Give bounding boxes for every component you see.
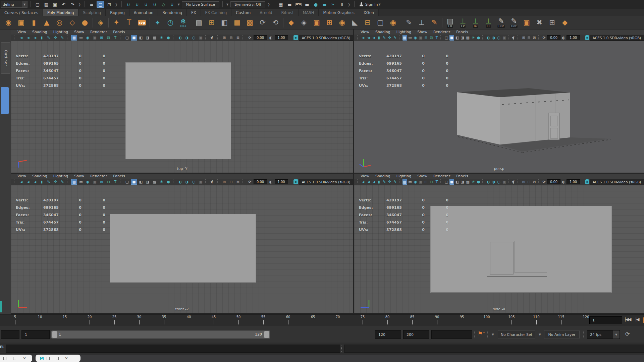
shelf-tab-xgen[interactable]: XGen xyxy=(359,9,379,16)
default-lighting-icon[interactable]: ✳ xyxy=(158,35,164,41)
maximize-window-icon[interactable] xyxy=(13,357,16,360)
viewport-canvas-front[interactable]: Verts:42019700Edges:69916500Faces:346047… xyxy=(11,185,353,313)
resolution-gate-icon[interactable]: ◉ xyxy=(85,35,91,41)
motion-blur-icon[interactable]: ◑ xyxy=(184,35,190,41)
rotate-ccw-icon[interactable]: ⟲ xyxy=(270,19,280,26)
poly-sphere-icon[interactable]: ◉ xyxy=(3,19,13,26)
boolean-icon[interactable]: ▣ xyxy=(312,19,322,26)
menu-shading[interactable]: Shading xyxy=(29,30,50,34)
pause-viewport-icon[interactable]: II xyxy=(338,1,345,8)
delete-nondeformer-history-icon[interactable]: ✎Hist xyxy=(509,18,519,28)
shadows-icon[interactable]: ● xyxy=(165,179,171,185)
range-start-handle[interactable] xyxy=(52,331,57,338)
shelf-tab-fx-caching[interactable]: FX Caching xyxy=(201,9,232,16)
anti-aliasing-icon[interactable]: ○ xyxy=(496,35,501,41)
resolution-gate-icon[interactable]: ◉ xyxy=(413,179,418,185)
exposure-field[interactable]: 0.00 xyxy=(547,179,560,184)
wireframe-mode-icon[interactable]: ▢ xyxy=(124,179,130,185)
camera-select-icon[interactable]: ◄ xyxy=(361,179,365,185)
colorspace-badge[interactable]: ACES 1.0 SDR-video (sRGB) xyxy=(590,35,644,41)
use-all-lights-icon[interactable]: ▩ xyxy=(466,179,470,185)
save-scene-icon[interactable]: ▣ xyxy=(51,1,59,8)
film-gate-icon[interactable]: ▭ xyxy=(408,179,413,185)
textured-mode-icon[interactable]: ◨ xyxy=(145,35,151,41)
crease-tool-icon[interactable]: ✎ xyxy=(404,19,414,26)
copy-pixels-icon[interactable]: ⊞ xyxy=(521,35,526,41)
sweep-mesh-icon[interactable]: ▤ xyxy=(194,19,204,26)
gamma-icon[interactable]: ◐ xyxy=(561,179,566,185)
shelf-tab-motion-graphics[interactable]: Motion Graphics xyxy=(319,9,359,16)
viewport-top[interactable]: ViewShadingLightingShowRendererPanels ◄◄… xyxy=(11,29,353,173)
screen-space-ao-icon[interactable]: ◐ xyxy=(177,35,183,41)
gate-mask-icon[interactable]: ▣ xyxy=(418,35,423,41)
extrude-icon[interactable]: ◈ xyxy=(299,19,309,26)
exposure-icon[interactable]: ⟳ xyxy=(542,35,546,41)
range-end-handle[interactable] xyxy=(264,331,269,338)
gate-mask-icon[interactable]: ▣ xyxy=(92,179,98,185)
gate-mask-icon[interactable]: ▣ xyxy=(418,179,423,185)
light-editor-icon[interactable]: ✂ xyxy=(329,1,337,8)
menu-panels[interactable]: Panels xyxy=(453,174,471,178)
grease-pencil-icon[interactable]: ✎ xyxy=(393,179,397,185)
exposure-icon[interactable]: ⟳ xyxy=(247,35,253,41)
undo-icon[interactable]: ↶ xyxy=(60,1,67,8)
shaded-mode-icon[interactable]: ■ xyxy=(131,35,137,41)
render-settings-icon[interactable]: ▬ xyxy=(321,1,328,8)
film-gate-icon[interactable]: ▭ xyxy=(78,179,84,185)
safe-title-icon[interactable]: T xyxy=(112,35,118,41)
ipr-render-icon[interactable]: IPR xyxy=(294,1,302,8)
new-scene-icon[interactable]: ▢ xyxy=(34,1,41,8)
select-cursor-icon[interactable]: ◤ xyxy=(208,178,217,186)
snapshot-icon[interactable]: ⊠ xyxy=(235,35,241,41)
add-bookmark-button[interactable]: ⚑+ xyxy=(478,330,485,337)
menu-lighting[interactable]: Lighting xyxy=(50,30,71,34)
anti-aliasing-icon[interactable]: ○ xyxy=(191,179,197,185)
field-chart-icon[interactable]: ⊞ xyxy=(424,35,428,41)
resolution-gate-icon[interactable]: ◉ xyxy=(85,179,91,185)
wireframe-mode-icon[interactable]: ▢ xyxy=(444,35,449,41)
shelf-tab-rendering[interactable]: Rendering xyxy=(158,9,187,16)
shadows-icon[interactable]: ● xyxy=(476,35,481,41)
anim-layer-selector[interactable]: No Anim Layer xyxy=(544,330,580,339)
anti-aliasing-icon[interactable]: ○ xyxy=(496,179,501,185)
shelf-tab-curves-surfaces[interactable]: Curves / Surfaces xyxy=(0,9,43,16)
menu-shading[interactable]: Shading xyxy=(29,174,50,178)
gamma-icon[interactable]: ◐ xyxy=(268,179,274,185)
character-set-selector[interactable]: No Character Set xyxy=(498,330,535,339)
poly-cone-icon[interactable]: ▲ xyxy=(42,19,52,26)
paste-pixels-icon[interactable]: ⊟ xyxy=(527,35,531,41)
fps-dropdown[interactable]: 24 fps ▼ xyxy=(587,330,620,339)
grid-toggle-icon[interactable]: ▦ xyxy=(71,35,77,41)
select-cursor-icon[interactable]: ◤ xyxy=(208,34,217,42)
view-bookmark-icon[interactable]: ▮ xyxy=(377,35,381,41)
grid-toggle-icon[interactable]: ▦ xyxy=(71,179,77,185)
safe-title-icon[interactable]: T xyxy=(434,179,439,185)
safe-action-icon[interactable]: ⊡ xyxy=(429,179,434,185)
safe-action-icon[interactable]: ⊡ xyxy=(105,35,111,41)
camera-select-icon[interactable]: ◄ xyxy=(361,35,365,41)
shadows-icon[interactable]: ● xyxy=(165,35,171,41)
grid-toggle-icon[interactable]: ▦ xyxy=(402,179,407,185)
paste-pixels-icon[interactable]: ⊟ xyxy=(228,179,234,185)
snap-to-projected-center-icon[interactable]: ∪ xyxy=(151,1,158,8)
camera-lock-icon[interactable]: ◄ xyxy=(25,179,31,185)
default-lighting-icon[interactable]: ✳ xyxy=(471,179,476,185)
viewport-canvas-persp[interactable]: Verts:42019700Edges:69916500Faces:346047… xyxy=(354,41,644,173)
color-management-toggle[interactable]: ◉ xyxy=(293,35,298,40)
pan-zoom-2d-icon[interactable]: ✛ xyxy=(387,35,392,41)
menu-shading[interactable]: Shading xyxy=(372,30,393,34)
menu-view[interactable]: View xyxy=(14,30,29,34)
quad-draw-icon[interactable]: ⊞ xyxy=(207,19,217,26)
safe-title-icon[interactable]: T xyxy=(434,35,439,41)
select-cursor-icon[interactable]: ◤ xyxy=(511,178,518,186)
motion-blur-icon[interactable]: ◑ xyxy=(184,179,190,185)
paste-pixels-icon[interactable]: ⊟ xyxy=(527,179,531,185)
poly-text-icon[interactable]: T xyxy=(124,19,134,26)
safe-action-icon[interactable]: ⊡ xyxy=(429,35,434,41)
multi-cut-icon[interactable]: ✎ xyxy=(429,19,439,26)
open-scene-icon[interactable]: ▧ xyxy=(43,1,50,8)
menu-lighting[interactable]: Lighting xyxy=(50,174,71,178)
view-bookmark-icon[interactable]: ▮ xyxy=(377,179,381,185)
shelf-tab-fx[interactable]: FX xyxy=(187,9,201,16)
select-by-object-icon[interactable]: ▢ xyxy=(97,1,104,8)
